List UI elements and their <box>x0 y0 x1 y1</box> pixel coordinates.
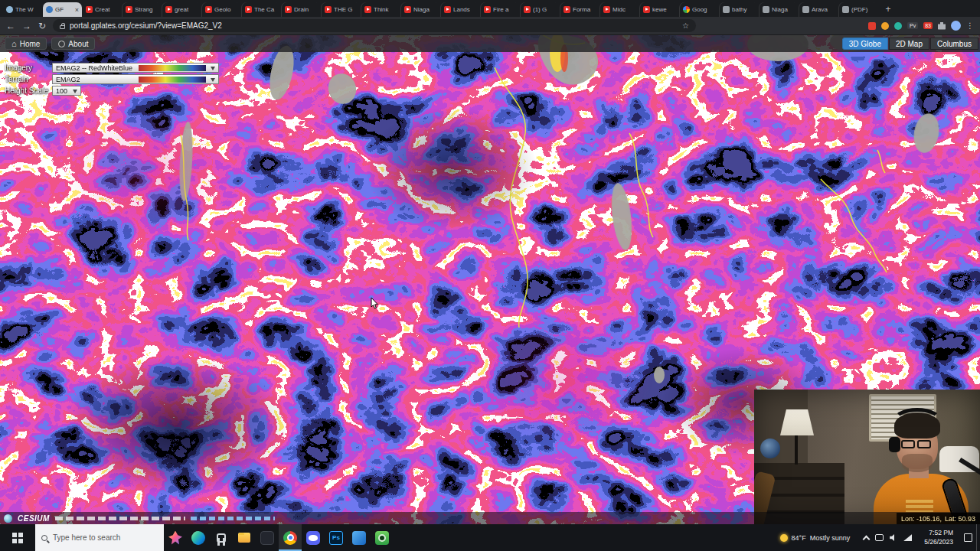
hidden-icons-chevron[interactable] <box>863 535 871 543</box>
camera-icon[interactable] <box>371 524 394 551</box>
show-desktop-button[interactable] <box>976 524 980 551</box>
file-explorer-icon[interactable] <box>233 524 256 551</box>
browser-tab[interactable]: kewe <box>640 2 679 17</box>
new-tab-button[interactable]: + <box>882 3 894 15</box>
browser-tab[interactable]: Arava <box>799 2 838 17</box>
browser-tab[interactable]: (1) G <box>521 2 560 17</box>
browser-navbar: ← → ↻ portal.gplates.org/cesium/?view=EM… <box>0 17 980 35</box>
extensions-puzzle-icon[interactable] <box>938 22 946 30</box>
browser-tab[interactable]: THE G <box>322 2 361 17</box>
reload-icon[interactable]: ↻ <box>38 21 46 31</box>
browser-tab[interactable]: Lands <box>441 2 480 17</box>
profile-chip[interactable]: Pv <box>907 22 918 29</box>
viewer-control-row: Imagery EMAG2 -- RedWhiteBlue <box>5 63 219 73</box>
browser-tab[interactable]: Geolo <box>202 2 241 17</box>
browser-tab[interactable]: great <box>162 2 201 17</box>
chrome-icon[interactable] <box>279 524 302 551</box>
speaker-icon[interactable] <box>890 534 897 542</box>
windows-logo-icon <box>12 533 17 537</box>
colormap-preview <box>139 65 206 71</box>
tab-favicon <box>126 6 132 13</box>
browser-tabstrip: The W GF × Creat Strang <box>0 0 980 17</box>
search-placeholder: Type here to search <box>53 533 120 542</box>
start-button[interactable] <box>0 524 35 551</box>
action-center-button[interactable] <box>959 524 976 551</box>
search-highlights-icon[interactable] <box>164 524 187 551</box>
taskbar-weather[interactable]: 84°F Mostly sunny <box>773 524 858 551</box>
tab-title: Niaga <box>772 6 793 13</box>
browser-tab[interactable]: bathy <box>720 2 759 17</box>
tab-title: Goog <box>692 6 714 13</box>
discord-icon[interactable] <box>302 524 325 551</box>
tab-favicon <box>86 6 93 13</box>
view-mode-button[interactable]: 3D Globe <box>842 37 888 50</box>
tab-title: Midc <box>612 6 634 13</box>
tab-title: Arava <box>812 6 833 13</box>
browser-tab[interactable]: (PDF) <box>839 2 878 17</box>
photoshop-icon[interactable]: Ps <box>325 524 348 551</box>
browser-tab[interactable]: Creat <box>83 2 122 17</box>
browser-tab[interactable]: The Ca <box>242 2 281 17</box>
extension-badge[interactable]: 83 <box>923 22 933 29</box>
tab-title: great <box>175 6 196 13</box>
browser-tab[interactable]: Drain <box>282 2 321 17</box>
app-blue-icon[interactable] <box>348 524 371 551</box>
view-mode-button[interactable]: Columbus <box>930 37 978 50</box>
app-dark-icon[interactable] <box>256 524 279 551</box>
browser-tab[interactable]: Strang <box>122 2 162 17</box>
browser-tab[interactable]: Forma <box>560 2 599 17</box>
clock-time: 7:52 PM <box>924 529 953 537</box>
tab-favicon <box>683 6 690 13</box>
browser-tab[interactable]: Fire a <box>481 2 520 17</box>
system-tray <box>858 534 918 542</box>
taskbar-clock[interactable]: 7:52 PM 5/26/2023 <box>918 529 959 546</box>
browser-tab[interactable]: Goog <box>680 2 719 17</box>
browser-tab[interactable]: Niaga <box>760 2 799 17</box>
forward-icon[interactable]: → <box>22 21 31 31</box>
control-dropdown[interactable]: EMAG2 <box>52 74 219 84</box>
browser-tab[interactable]: Midc <box>600 2 639 17</box>
tab-favicon <box>364 6 371 13</box>
profile-avatar[interactable] <box>951 21 961 31</box>
control-dropdown[interactable]: 100 <box>52 86 81 96</box>
url-text[interactable]: portal.gplates.org/cesium/?view=EMAG2_V2 <box>70 21 678 30</box>
tab-favicon <box>643 6 650 13</box>
tab-title: Geolo <box>214 6 236 13</box>
menu-kebab-icon[interactable]: ⋮ <box>966 21 974 30</box>
credits-links-text[interactable] <box>191 517 275 520</box>
about-button[interactable]: About <box>51 37 95 50</box>
browser-tab[interactable]: GF × <box>43 2 82 17</box>
task-view-icon[interactable] <box>210 524 233 551</box>
browser-tab[interactable]: The W <box>3 2 42 17</box>
cesium-logo-text: CESIUM <box>18 514 50 523</box>
tab-title: kewe <box>652 6 674 13</box>
tab-favicon <box>205 6 212 13</box>
navbar-right-icons: Pv 83 ⋮ <box>868 21 974 31</box>
omnibox[interactable]: portal.gplates.org/cesium/?view=EMAG2_V2… <box>53 19 696 32</box>
tab-title: Forma <box>573 6 594 13</box>
tab-close-icon[interactable]: × <box>75 6 79 14</box>
view-mode-button[interactable]: 2D Map <box>889 37 929 50</box>
tab-title: Niaga <box>413 6 435 13</box>
display-tray-icon[interactable] <box>875 534 884 541</box>
edge-icon[interactable] <box>187 524 210 551</box>
back-icon[interactable]: ← <box>6 21 15 31</box>
browser-tab[interactable]: Think <box>361 2 400 17</box>
mouse-cursor <box>371 298 380 310</box>
browser-tab[interactable]: Niaga <box>401 2 440 17</box>
extension-orange-icon[interactable] <box>881 22 889 30</box>
tab-title: bathy <box>732 6 753 13</box>
control-label: Imagery <box>5 64 52 72</box>
tab-favicon <box>564 6 570 13</box>
tab-title: The W <box>15 6 37 13</box>
credits-attribution-text[interactable] <box>55 517 185 520</box>
lock-icon[interactable] <box>60 25 65 29</box>
control-dropdown[interactable]: EMAG2 -- RedWhiteBlue <box>52 63 219 73</box>
home-button[interactable]: ⌂ Home <box>5 37 47 50</box>
home-icon: ⌂ <box>11 40 17 48</box>
taskbar-search[interactable]: Type here to search <box>35 524 164 551</box>
extension-red-icon[interactable] <box>868 22 876 30</box>
extension-teal-icon[interactable] <box>894 22 902 30</box>
network-icon[interactable] <box>903 534 912 541</box>
bookmark-star-icon[interactable]: ☆ <box>682 21 689 30</box>
